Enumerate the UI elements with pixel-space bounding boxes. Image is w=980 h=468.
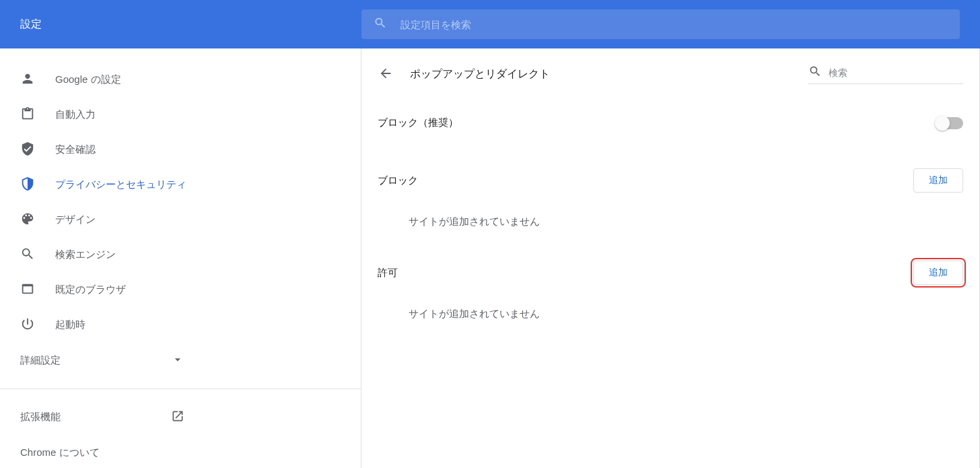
- block-section-header: ブロック 追加: [361, 149, 979, 193]
- sidebar-advanced-label: 詳細設定: [20, 354, 61, 367]
- sidebar-item-default-browser[interactable]: 既定のブラウザ: [0, 272, 361, 307]
- shield-check-icon: [20, 141, 35, 158]
- sidebar-item-about[interactable]: Chrome について: [0, 436, 361, 468]
- sidebar-item-label: 起動時: [55, 319, 85, 331]
- block-add-button[interactable]: 追加: [913, 168, 963, 193]
- block-toggle[interactable]: [936, 117, 963, 129]
- sidebar-advanced[interactable]: 詳細設定: [0, 342, 361, 379]
- sidebar-item-label: プライバシーとセキュリティ: [55, 178, 186, 191]
- allow-add-button[interactable]: 追加: [913, 261, 963, 285]
- shield-icon: [20, 176, 35, 193]
- power-icon: [20, 316, 35, 333]
- app-title: 設定: [0, 18, 361, 32]
- mini-search[interactable]: [808, 65, 963, 84]
- clipboard-icon: [20, 106, 35, 123]
- sidebar-item-label: Google の設定: [55, 73, 121, 86]
- main-content: ポップアップとリダイレクト ブロック（推奨） ブロック 追加 サイトが追加されて…: [361, 48, 980, 468]
- search-icon: [20, 246, 35, 263]
- app-header: 設定: [0, 0, 980, 48]
- sidebar-item-safety[interactable]: 安全確認: [0, 132, 361, 167]
- sidebar-about-label: Chrome について: [20, 446, 100, 459]
- sidebar-item-label: デザイン: [55, 213, 96, 226]
- main-header: ポップアップとリダイレクト: [361, 48, 979, 96]
- sidebar-item-label: 自動入力: [55, 108, 96, 121]
- allow-section-title: 許可: [378, 267, 398, 279]
- sidebar-item-label: 既定のブラウザ: [55, 283, 126, 296]
- sidebar-item-search-engine[interactable]: 検索エンジン: [0, 237, 361, 272]
- page-title: ポップアップとリダイレクト: [410, 67, 792, 81]
- sidebar-item-privacy[interactable]: プライバシーとセキュリティ: [0, 167, 361, 202]
- sidebar-item-google[interactable]: Google の設定: [0, 62, 361, 97]
- allow-empty-text: サイトが追加されていません: [361, 285, 979, 334]
- sidebar-item-label: 検索エンジン: [55, 248, 116, 261]
- sidebar-extensions-label: 拡張機能: [20, 411, 61, 424]
- divider: [0, 389, 361, 389]
- arrow-left-icon: [378, 66, 393, 83]
- browser-icon: [20, 281, 35, 298]
- palette-icon: [20, 211, 35, 228]
- sidebar-item-startup[interactable]: 起動時: [0, 307, 361, 342]
- block-empty-text: サイトが追加されていません: [361, 193, 979, 242]
- search-bar[interactable]: [361, 9, 960, 39]
- search-icon: [374, 16, 387, 32]
- mini-search-input[interactable]: [829, 67, 963, 78]
- sidebar-item-autofill[interactable]: 自動入力: [0, 97, 361, 132]
- back-button[interactable]: [378, 67, 394, 83]
- external-link-icon: [171, 409, 341, 425]
- allow-section-header: 許可 追加: [361, 242, 979, 285]
- sidebar: Google の設定 自動入力 安全確認 プライバシーとセキュリティ: [0, 48, 361, 468]
- sidebar-item-label: 安全確認: [55, 143, 96, 156]
- search-icon: [808, 65, 822, 81]
- block-recommended-label: ブロック（推奨）: [378, 116, 458, 129]
- block-section-title: ブロック: [378, 174, 418, 187]
- chevron-down-icon: [171, 353, 341, 368]
- person-icon: [20, 71, 35, 88]
- sidebar-item-design[interactable]: デザイン: [0, 202, 361, 237]
- block-recommended-row: ブロック（推奨）: [361, 96, 979, 149]
- sidebar-item-extensions[interactable]: 拡張機能: [0, 399, 361, 436]
- search-input[interactable]: [400, 19, 948, 30]
